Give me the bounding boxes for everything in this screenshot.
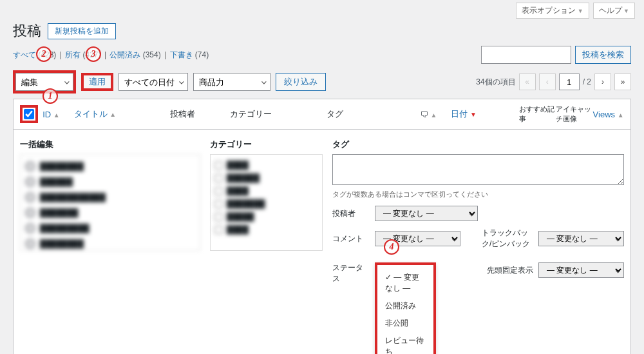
category-filter-select[interactable]: 商品力	[193, 73, 270, 91]
col-date[interactable]: 日付	[451, 109, 468, 119]
bulk-trackback-label: トラックバック/ピンバック	[482, 228, 533, 250]
apply-bulk-action-button[interactable]: 適用	[81, 73, 113, 91]
bulk-category-list[interactable]: ████ ██████ ████ ███████ █████ ████	[210, 154, 323, 251]
col-title[interactable]: タイトル	[74, 109, 108, 119]
search-input[interactable]	[481, 46, 571, 64]
item-count: 34個の項目	[476, 77, 515, 88]
bulk-edit-title: 一括編集	[20, 139, 200, 150]
bulk-author-label: 投稿者	[332, 208, 368, 219]
display-options-button[interactable]: 表示オプション	[516, 3, 589, 19]
last-page-button[interactable]: »	[614, 74, 631, 90]
col-category[interactable]: カテゴリー	[230, 108, 327, 120]
filter-button[interactable]: 絞り込み	[276, 73, 326, 91]
col-author[interactable]: 投稿者	[170, 108, 229, 120]
col-thumbnail[interactable]: アイキャッチ画像	[556, 104, 592, 124]
col-comment[interactable]: 🗨 ▲	[420, 110, 451, 119]
current-page-input[interactable]	[559, 74, 580, 90]
bulk-post-list: ✕████████ ✕██████ ✕████████████ ✕███████…	[20, 154, 200, 251]
bulk-status-label: ステータス	[332, 262, 368, 284]
help-button[interactable]: ヘルプ	[593, 3, 635, 19]
filter-draft-link[interactable]: 下書き	[170, 50, 193, 59]
bulk-tag-hint: タグが複数ある場合はコンマで区切ってください	[332, 190, 624, 199]
date-filter-select[interactable]: すべての日付	[118, 73, 188, 91]
bulk-sticky-select[interactable]: — 変更なし —	[538, 262, 624, 278]
annotation-marker-3: 3	[86, 46, 101, 62]
col-tag[interactable]: タグ	[327, 108, 420, 120]
next-page-button[interactable]: ›	[594, 74, 611, 90]
status-option-nochange[interactable]: — 変更なし —	[377, 269, 433, 297]
bulk-tag-label: タグ	[332, 139, 624, 150]
bulk-trackback-select[interactable]: — 変更なし —	[538, 231, 624, 246]
search-posts-button[interactable]: 投稿を検索	[575, 46, 631, 64]
table-header: ID ▲ タイトル ▲ 投稿者 カテゴリー タグ 🗨 ▲ 日付 ▼ おすすめ記事…	[13, 99, 631, 130]
page-title: 投稿	[13, 21, 41, 41]
col-views[interactable]: Views	[593, 110, 615, 119]
status-option-published[interactable]: 公開済み	[377, 297, 433, 315]
filter-mine-link[interactable]: 所有	[65, 50, 80, 59]
bulk-comment-label: コメント	[332, 233, 368, 244]
annotation-marker-1: 1	[43, 88, 58, 104]
total-pages: / 2	[583, 77, 591, 86]
bulk-author-select[interactable]: — 変更なし —	[375, 206, 478, 221]
filter-all-link[interactable]: すべて	[13, 50, 36, 59]
annotation-marker-4: 4	[384, 239, 399, 255]
status-option-pending[interactable]: レビュー待ち	[377, 332, 433, 354]
filter-published-count: (354)	[143, 50, 161, 59]
filter-draft-count: (74)	[195, 50, 209, 59]
filter-published-link[interactable]: 公開済み	[109, 50, 140, 59]
bulk-edit-panel: 一括編集 ✕████████ ✕██████ ✕████████████ ✕██…	[13, 130, 631, 354]
bulk-sticky-label: 先頭固定表示	[487, 265, 533, 276]
select-all-checkbox[interactable]	[24, 109, 34, 119]
annotation-marker-2: 2	[36, 46, 52, 62]
add-new-post-button[interactable]: 新規投稿を追加	[48, 23, 116, 39]
bulk-tag-input[interactable]	[332, 154, 624, 185]
bulk-status-dropdown[interactable]: — 変更なし — 公開済み 非公開 レビュー待ち 下書き	[375, 262, 436, 354]
bulk-action-select[interactable]: 編集	[15, 73, 73, 91]
status-option-private[interactable]: 非公開	[377, 315, 433, 332]
first-page-button[interactable]: «	[519, 74, 536, 90]
col-id[interactable]: ID	[43, 110, 51, 119]
bulk-category-label: カテゴリー	[210, 139, 323, 150]
prev-page-button[interactable]: ‹	[539, 74, 556, 90]
col-recommend[interactable]: おすすめ記事	[519, 104, 556, 124]
